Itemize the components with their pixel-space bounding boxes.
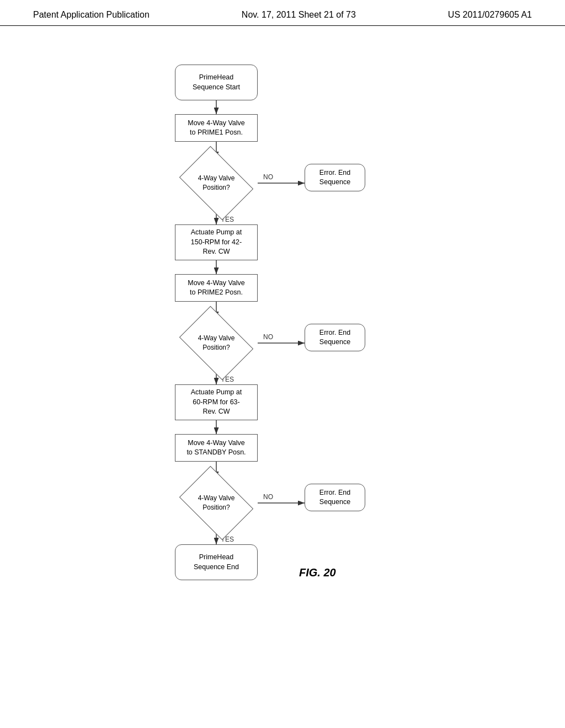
flowchart: NO NO NO YES YES YES PrimeHeadSequence S… <box>89 42 476 693</box>
svg-text:NO: NO <box>263 493 273 501</box>
node-error2: Error. EndSequence <box>305 324 365 351</box>
node-decision1: 4-Way ValvePosition? <box>175 158 258 208</box>
node-start: PrimeHeadSequence Start <box>175 65 258 100</box>
arrows-svg: NO NO NO YES YES YES <box>89 42 476 693</box>
node-move1: Move 4-Way Valveto PRIME1 Posn. <box>175 114 258 142</box>
node-error1: Error. EndSequence <box>305 164 365 191</box>
header-center: Nov. 17, 2011 Sheet 21 of 73 <box>242 10 356 20</box>
header-left: Patent Application Publication <box>33 10 150 20</box>
node-move2: Move 4-Way Valveto PRIME2 Posn. <box>175 274 258 302</box>
page-header: Patent Application Publication Nov. 17, … <box>0 0 565 26</box>
node-error3: Error. EndSequence <box>305 484 365 511</box>
node-end: PrimeHeadSequence End <box>175 544 258 580</box>
node-decision2: 4-Way ValvePosition? <box>175 318 258 368</box>
node-actuate1: Actuate Pump at150-RPM for 42-Rev. CW <box>175 224 258 260</box>
main-content: NO NO NO YES YES YES PrimeHeadSequence S… <box>0 26 565 704</box>
svg-text:NO: NO <box>263 333 273 341</box>
header-right: US 2011/0279605 A1 <box>448 10 532 20</box>
node-move3: Move 4-Way Valveto STANDBY Posn. <box>175 434 258 462</box>
figure-label: FIG. 20 <box>299 566 336 579</box>
node-actuate2: Actuate Pump at60-RPM for 63-Rev. CW <box>175 384 258 420</box>
svg-text:NO: NO <box>263 173 273 181</box>
node-decision3: 4-Way ValvePosition? <box>175 478 258 528</box>
